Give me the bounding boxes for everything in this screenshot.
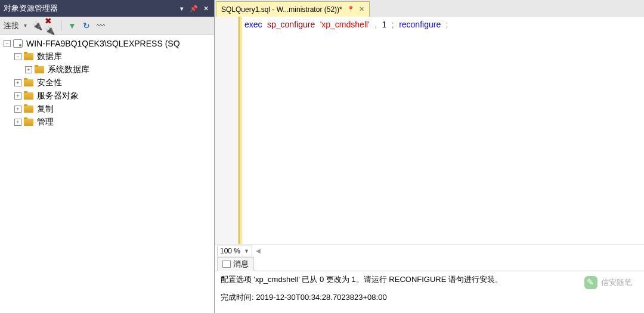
semicolon: ; xyxy=(392,20,394,29)
tree-node-label: 服务器对象 xyxy=(37,91,79,101)
results-tab-bar: 消息 xyxy=(215,257,644,271)
comma: , xyxy=(374,20,377,29)
tree-server-objects-node[interactable]: + 服务器对象 xyxy=(1,89,213,103)
expand-icon[interactable]: + xyxy=(14,79,21,86)
refresh-icon[interactable]: ↻ xyxy=(80,19,93,32)
disconnect-icon[interactable]: ✖🔌 xyxy=(45,19,58,32)
tree-server-node[interactable]: − WIN-FFA9BQ1QEK3\SQLEXPRESS (SQ xyxy=(1,37,213,50)
folder-icon xyxy=(24,117,35,127)
tree-node-label: 数据库 xyxy=(37,51,62,62)
expand-icon[interactable]: + xyxy=(25,66,32,73)
tree-management-node[interactable]: + 管理 xyxy=(1,116,213,129)
string-literal: 'xp_cmdshell' xyxy=(320,20,370,29)
object-explorer-panel: 对象资源管理器 ▾ 📌 ✕ 连接 ▾ 🔌 ✖🔌 ▼ ↻ 〰 − WIN-FFA9… xyxy=(0,0,215,313)
filter-icon[interactable]: ▼ xyxy=(66,19,79,32)
tree-node-label: 系统数据库 xyxy=(48,64,89,75)
main-area: SQLQuery1.sql - W...ministrator (52))* 📍… xyxy=(215,0,644,313)
panel-dropdown-icon[interactable]: ▾ xyxy=(177,4,187,13)
keyword-reconfigure: reconfigure xyxy=(399,20,441,29)
tree-security-node[interactable]: + 安全性 xyxy=(1,76,213,89)
object-explorer-header: 对象资源管理器 ▾ 📌 ✕ xyxy=(0,0,214,17)
watermark-icon xyxy=(584,276,597,289)
folder-icon xyxy=(35,65,45,75)
expand-icon[interactable]: + xyxy=(14,106,21,113)
messages-panel[interactable]: 配置选项 'xp_cmdshell' 已从 0 更改为 1。请运行 RECONF… xyxy=(215,271,644,313)
object-explorer-toolbar: 连接 ▾ 🔌 ✖🔌 ▼ ↻ 〰 xyxy=(0,17,214,35)
sql-editor[interactable]: exec sp_configure 'xp_cmdshell' , 1 ; re… xyxy=(215,17,644,244)
watermark-text: 信安随笔 xyxy=(601,277,632,288)
folder-icon xyxy=(24,52,35,61)
collapse-icon[interactable]: − xyxy=(4,40,11,47)
pin-icon[interactable]: 📌 xyxy=(189,4,199,13)
tree-node-label: 安全性 xyxy=(37,78,62,88)
server-icon xyxy=(13,39,24,48)
zoom-value: 100 % xyxy=(220,247,240,255)
tab-sqlquery[interactable]: SQLQuery1.sql - W...ministrator (52))* 📍… xyxy=(216,1,370,17)
separator xyxy=(61,20,62,31)
tree-node-label: 管理 xyxy=(37,117,54,128)
activity-icon[interactable]: 〰 xyxy=(94,19,107,32)
connect-icon[interactable]: 🔌 xyxy=(30,19,44,32)
message-line: 配置选项 'xp_cmdshell' 已从 0 更改为 1。请运行 RECONF… xyxy=(221,274,638,286)
message-line: 完成时间: 2019-12-30T00:34:28.7023823+08:00 xyxy=(221,292,638,303)
panel-controls: ▾ 📌 ✕ xyxy=(177,4,210,13)
tab-label: 消息 xyxy=(233,259,249,269)
tree-node-label: 复制 xyxy=(37,104,54,114)
editor-margin xyxy=(215,17,239,244)
tree-node-label: WIN-FFA9BQ1QEK3\SQLEXPRESS (SQ xyxy=(26,39,180,48)
tree-databases-node[interactable]: − 数据库 xyxy=(1,50,213,63)
number-literal: 1 xyxy=(382,20,387,29)
connect-dropdown-icon[interactable]: ▾ xyxy=(24,22,27,29)
pin-icon[interactable]: 📍 xyxy=(347,6,354,13)
tab-messages[interactable]: 消息 xyxy=(217,257,254,271)
keyword-exec: exec xyxy=(244,20,262,29)
expand-icon[interactable]: + xyxy=(14,119,21,126)
chevron-down-icon: ▼ xyxy=(244,248,249,254)
folder-icon xyxy=(24,104,35,114)
zoom-dropdown[interactable]: 100 % ▼ xyxy=(217,246,252,256)
object-tree: − WIN-FFA9BQ1QEK3\SQLEXPRESS (SQ − 数据库 +… xyxy=(0,35,214,313)
object-explorer-title: 对象资源管理器 xyxy=(4,3,177,14)
folder-icon xyxy=(24,91,35,101)
connect-label[interactable]: 连接 xyxy=(4,20,19,31)
collapse-icon[interactable]: − xyxy=(14,53,21,60)
tab-label: SQLQuery1.sql - W...ministrator (52))* xyxy=(221,5,342,14)
message-icon xyxy=(222,261,231,268)
tree-replication-node[interactable]: + 复制 xyxy=(1,103,213,116)
editor-content[interactable]: exec sp_configure 'xp_cmdshell' , 1 ; re… xyxy=(242,17,644,244)
close-panel-icon[interactable]: ✕ xyxy=(201,4,210,13)
folder-icon xyxy=(24,78,35,88)
watermark: 信安随笔 xyxy=(584,276,632,289)
expand-icon[interactable]: + xyxy=(14,92,21,100)
document-tab-bar: SQLQuery1.sql - W...ministrator (52))* 📍… xyxy=(215,0,644,17)
tree-system-databases-node[interactable]: + 系统数据库 xyxy=(1,63,213,76)
scroll-left-icon[interactable]: ◀ xyxy=(256,247,261,254)
proc-name: sp_configure xyxy=(267,20,315,29)
semicolon: ; xyxy=(446,20,448,29)
zoom-bar: 100 % ▼ ◀ xyxy=(215,244,644,257)
close-tab-icon[interactable]: ✕ xyxy=(359,5,364,13)
